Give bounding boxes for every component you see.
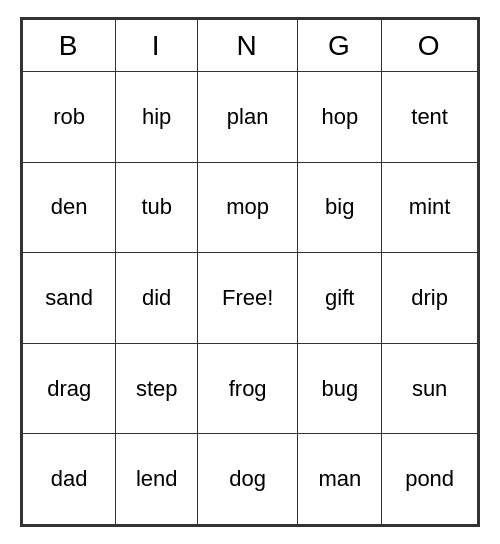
cell-r4-c2: dog: [197, 434, 297, 525]
table-row: robhipplanhoptent: [23, 72, 478, 163]
cell-r2-c0: sand: [23, 253, 116, 344]
table-row: dragstepfrogbugsun: [23, 343, 478, 434]
cell-r2-c1: did: [116, 253, 198, 344]
bingo-card: BINGO robhipplanhoptentdentubmopbigmints…: [20, 17, 480, 527]
cell-r3-c3: bug: [298, 343, 382, 434]
cell-r3-c4: sun: [382, 343, 478, 434]
cell-r2-c4: drip: [382, 253, 478, 344]
cell-r3-c1: step: [116, 343, 198, 434]
bingo-table: BINGO robhipplanhoptentdentubmopbigmints…: [22, 19, 478, 525]
cell-r4-c4: pond: [382, 434, 478, 525]
bingo-body: robhipplanhoptentdentubmopbigmintsanddid…: [23, 72, 478, 525]
table-row: sanddidFree!giftdrip: [23, 253, 478, 344]
cell-r1-c0: den: [23, 162, 116, 253]
header-col-b: B: [23, 20, 116, 72]
cell-r0-c2: plan: [197, 72, 297, 163]
cell-r2-c2: Free!: [197, 253, 297, 344]
table-row: dentubmopbigmint: [23, 162, 478, 253]
cell-r1-c4: mint: [382, 162, 478, 253]
cell-r2-c3: gift: [298, 253, 382, 344]
table-row: dadlenddogmanpond: [23, 434, 478, 525]
cell-r1-c2: mop: [197, 162, 297, 253]
cell-r4-c3: man: [298, 434, 382, 525]
cell-r3-c0: drag: [23, 343, 116, 434]
cell-r4-c0: dad: [23, 434, 116, 525]
cell-r4-c1: lend: [116, 434, 198, 525]
header-col-o: O: [382, 20, 478, 72]
header-col-g: G: [298, 20, 382, 72]
header-col-n: N: [197, 20, 297, 72]
cell-r0-c1: hip: [116, 72, 198, 163]
header-col-i: I: [116, 20, 198, 72]
cell-r0-c0: rob: [23, 72, 116, 163]
cell-r1-c3: big: [298, 162, 382, 253]
cell-r0-c3: hop: [298, 72, 382, 163]
header-row: BINGO: [23, 20, 478, 72]
cell-r0-c4: tent: [382, 72, 478, 163]
cell-r3-c2: frog: [197, 343, 297, 434]
cell-r1-c1: tub: [116, 162, 198, 253]
